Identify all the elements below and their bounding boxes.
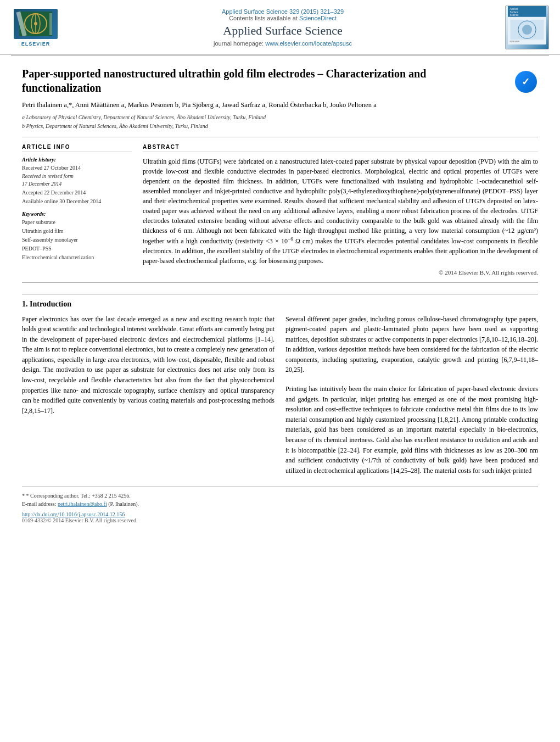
article-title: Paper-supported nanostructured ultrathin…	[22, 66, 483, 95]
keyword-2: Ultrathin gold film	[22, 227, 132, 236]
homepage-link[interactable]: www.elsevier.com/locate/apsusc	[265, 40, 352, 47]
history-label: Article history:	[22, 157, 132, 163]
corresponding-text: * Corresponding author. Tel.: +358 2 215…	[26, 493, 131, 499]
intro-right-col: Several different paper grades, includin…	[285, 314, 538, 476]
footnote-corresponding: * * Corresponding author. Tel.: +358 2 2…	[22, 492, 538, 500]
received-date: Received 27 October 2014	[22, 164, 132, 172]
article-info-col: ARTICLE INFO Article history: Received 2…	[22, 144, 132, 276]
introduction-title: 1. Introduction	[22, 300, 538, 309]
email-label: E-mail address:	[22, 501, 56, 507]
journal-reference: Applied Surface Science 329 (2015) 321–3…	[71, 8, 494, 15]
email-person: (P. Ihalainen).	[108, 501, 139, 507]
introduction-section: 1. Introduction Paper electronics has ov…	[22, 294, 538, 476]
accepted-date: Accepted 22 December 2014	[22, 188, 132, 197]
intro-right-text-1: Several different paper grades, includin…	[285, 314, 538, 376]
doi-link[interactable]: http://dx.doi.org/10.1016/j.apsusc.2014.…	[22, 511, 125, 517]
article-content: Paper-supported nanostructured ultrathin…	[0, 55, 560, 523]
doi-line: http://dx.doi.org/10.1016/j.apsusc.2014.…	[22, 511, 538, 517]
crossmark-icon: ✓	[515, 71, 537, 93]
keyword-5: Electrochemical characterization	[22, 253, 132, 262]
section-number: 1.	[22, 300, 28, 308]
keyword-4: PEDOT–PSS	[22, 244, 132, 253]
crossmark-logo: ✓	[513, 69, 538, 94]
header-center: Applied Surface Science 329 (2015) 321–3…	[60, 8, 505, 47]
revised-label: Received in revised form 17 December 201…	[22, 172, 132, 188]
journal-title: Applied Surface Science	[71, 24, 494, 38]
introduction-columns: Paper electronics has over the last deca…	[22, 314, 538, 476]
abstract-text: Ultrathin gold films (UTGFs) were fabric…	[143, 157, 538, 266]
keyword-3: Self-assembly monolayer	[22, 236, 132, 244]
contents-text: Contents lists available at	[229, 15, 298, 21]
journal-header: ELSEVIER Applied Surface Science 329 (20…	[0, 0, 560, 55]
issn-line: 0169-4332/© 2014 Elsevier B.V. All right…	[22, 517, 538, 523]
journal-cover-image: Applied Surface Science ELSEVIER	[505, 5, 549, 49]
keyword-1: Paper substrate	[22, 218, 132, 227]
elsevier-text: ELSEVIER	[21, 41, 51, 47]
elsevier-logo: ELSEVIER	[11, 9, 60, 47]
elsevier-logo-image	[14, 9, 58, 39]
info-abstract-section: ARTICLE INFO Article history: Received 2…	[22, 144, 538, 276]
intro-left-col: Paper electronics has over the last deca…	[22, 314, 275, 476]
svg-text:Applied: Applied	[510, 8, 518, 10]
copyright-notice: © 2014 Elsevier B.V. All rights reserved…	[143, 269, 538, 276]
footnote-star: *	[22, 493, 26, 499]
article-info-label: ARTICLE INFO	[22, 144, 132, 152]
svg-text:Science: Science	[510, 14, 519, 16]
homepage-line: journal homepage: www.elsevier.com/locat…	[71, 40, 494, 47]
footnote-email: E-mail address: petri.ihalainen@abo.fi (…	[22, 500, 538, 508]
svg-text:ELSEVIER: ELSEVIER	[510, 41, 520, 43]
thickness-word: thickness	[237, 177, 262, 185]
svg-point-4	[34, 22, 37, 25]
article-divider	[22, 137, 538, 137]
affiliation-b: b Physics, Department of Natural Science…	[22, 122, 538, 130]
footnote-section: * * Corresponding author. Tel.: +358 2 2…	[22, 487, 538, 523]
sciencedirect-link[interactable]: ScienceDirect	[299, 15, 337, 21]
intro-left-text: Paper electronics has over the last deca…	[22, 314, 275, 416]
svg-text:Surface: Surface	[510, 11, 519, 14]
revised-date: 17 December 2014	[22, 180, 132, 188]
section-title: Introduction	[30, 300, 71, 308]
abstract-label: ABSTRACT	[143, 144, 538, 152]
homepage-text: journal homepage:	[214, 40, 264, 47]
keywords-label: Keywords:	[22, 211, 132, 217]
article-title-section: Paper-supported nanostructured ultrathin…	[22, 55, 538, 101]
contents-line: Contents lists available at ScienceDirec…	[71, 15, 494, 21]
authors-text: Petri Ihalainen a,*, Anni Määttänen a, M…	[22, 101, 377, 109]
affiliation-a: a Laboratory of Physical Chemistry, Depa…	[22, 114, 538, 121]
keywords-section: Keywords: Paper substrate Ultrathin gold…	[22, 211, 132, 262]
revised-text: Received in revised form	[22, 172, 132, 180]
intro-right-text-2: Printing has intuitively been the main c…	[285, 384, 538, 476]
email-address[interactable]: petri.ihalainen@abo.fi	[58, 501, 107, 507]
section-divider	[22, 282, 538, 283]
svg-point-12	[522, 25, 532, 35]
available-date: Available online 30 December 2014	[22, 197, 132, 205]
authors-line: Petri Ihalainen a,*, Anni Määttänen a, M…	[22, 101, 538, 110]
abstract-col: ABSTRACT Ultrathin gold films (UTGFs) we…	[143, 144, 538, 276]
